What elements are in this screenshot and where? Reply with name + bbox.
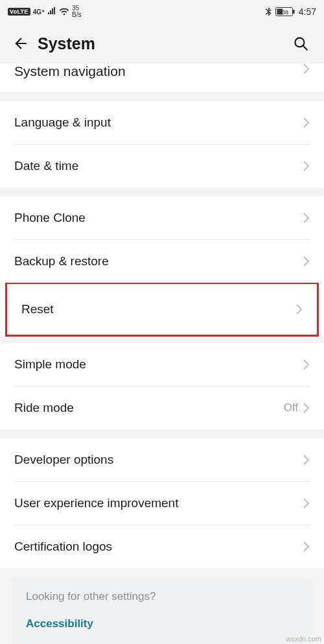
app-header: System (0, 23, 324, 64)
chevron-right-icon (303, 403, 310, 413)
row-label: Phone Clone (14, 211, 86, 225)
row-system-navigation[interactable]: System navigation (0, 64, 324, 92)
back-button[interactable] (6, 29, 35, 58)
row-label: Reset (21, 302, 54, 316)
chevron-right-icon (303, 64, 310, 74)
chevron-right-icon (296, 304, 303, 315)
chevron-right-icon (303, 161, 310, 171)
row-certification-logos[interactable]: Certification logos (0, 525, 324, 568)
group-developer: Developer options User experience improv… (0, 438, 324, 568)
bluetooth-icon (266, 7, 272, 16)
settings-list: System navigation Language & input Date … (0, 64, 324, 644)
highlight-reset: Reset (5, 282, 319, 337)
row-label: Certification logos (14, 540, 112, 554)
svg-text:38: 38 (282, 9, 288, 16)
wifi-icon (59, 8, 69, 16)
row-label: Date & time (14, 159, 78, 173)
battery-icon: 38 (275, 7, 295, 16)
group-language-date: Language & input Date & time (0, 101, 324, 187)
row-user-experience-improvement[interactable]: User experience improvement (0, 482, 324, 525)
other-settings-card: Looking for other settings? Accessibilit… (12, 577, 312, 644)
row-label: System navigation (14, 64, 126, 79)
row-phone-clone[interactable]: Phone Clone (0, 197, 324, 239)
status-bar: VoLTE 4G⁺ 35 B/s 38 4:57 (0, 0, 324, 23)
row-value: Off (284, 401, 298, 414)
watermark: wsxdn.com (286, 635, 321, 643)
link-accessibility[interactable]: Accessibility (26, 614, 298, 634)
card-title: Looking for other settings? (26, 590, 298, 603)
chevron-right-icon (303, 213, 310, 223)
search-button[interactable] (286, 29, 315, 58)
network-gen: 4G⁺ (33, 8, 45, 16)
row-label: Developer options (14, 453, 113, 467)
chevron-right-icon (303, 256, 310, 267)
clock: 4:57 (299, 6, 316, 17)
chevron-right-icon (303, 455, 310, 465)
signal-icon (47, 7, 56, 17)
row-developer-options[interactable]: Developer options (0, 438, 324, 481)
svg-rect-1 (293, 10, 295, 14)
row-label: Language & input (14, 115, 111, 130)
row-date-time[interactable]: Date & time (0, 145, 324, 187)
page-title: System (38, 34, 286, 53)
group-modes: Simple mode Ride mode Off (0, 343, 324, 429)
group-backup: Phone Clone Backup & restore Reset (0, 197, 324, 337)
link-tips[interactable]: Tips (26, 638, 298, 644)
row-label: Backup & restore (14, 254, 109, 268)
row-language-input[interactable]: Language & input (0, 101, 324, 144)
row-reset[interactable]: Reset (7, 284, 317, 335)
row-backup-restore[interactable]: Backup & restore (0, 240, 324, 283)
volte-badge: VoLTE (8, 8, 30, 16)
chevron-right-icon (303, 542, 310, 552)
svg-line-5 (303, 46, 307, 50)
row-ride-mode[interactable]: Ride mode Off (0, 387, 324, 429)
chevron-right-icon (303, 359, 310, 370)
row-simple-mode[interactable]: Simple mode (0, 343, 324, 386)
chevron-right-icon (303, 117, 310, 128)
row-label: User experience improvement (14, 496, 178, 510)
network-speed: 35 B/s (72, 5, 81, 18)
chevron-right-icon (303, 498, 310, 508)
row-label: Simple mode (14, 357, 86, 372)
row-label: Ride mode (14, 401, 74, 415)
